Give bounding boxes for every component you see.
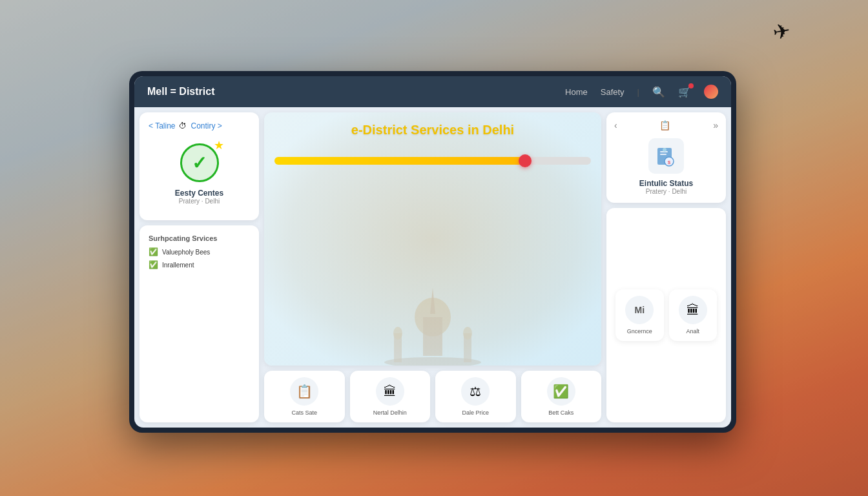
right-bottom-icons-row: Mi Gncernce 🏛 Analt	[615, 289, 717, 341]
left-card-title: Eesty Centes	[175, 189, 223, 198]
top-nav: Mell = District Home Safety | 🔍 🛒	[134, 76, 731, 107]
clock-icon: ⏱	[179, 121, 187, 130]
check-mark-icon: ✓	[192, 152, 207, 174]
check-icon-wrapper: ✓ ★	[180, 143, 219, 182]
progress-bar-fill	[274, 157, 528, 165]
breadcrumb-row: < Taline ⏱ Contiry >	[149, 121, 250, 130]
gncernce-icon: Mi	[625, 296, 654, 324]
nertal-delhin-label: Nertal Delhin	[373, 409, 407, 416]
breadcrumb-card: < Taline ⏱ Contiry > ✓ ★ Eesty Centes Pr…	[140, 112, 259, 220]
dale-price-label: Dale Price	[462, 409, 489, 416]
progress-bar-wrapper	[274, 157, 591, 165]
right-nav-share[interactable]: 📋	[659, 120, 670, 130]
right-bottom-card: Mi Gncernce 🏛 Analt	[606, 208, 726, 422]
star-accent-icon: ★	[214, 138, 224, 152]
nav-divider: |	[637, 87, 639, 97]
supporting-label-2: Inrallement	[162, 262, 194, 269]
enroll-card-content: $ Eintulic Status Pratery · Delhi	[614, 138, 718, 195]
check-circle: ✓	[180, 143, 219, 182]
banner-title: e-District Services in Delhi	[274, 123, 591, 138]
nav-home[interactable]: Home	[565, 87, 588, 97]
forward-arrow[interactable]: Contiry >	[191, 121, 222, 130]
tablet-frame: Mell = District Home Safety | 🔍 🛒	[129, 71, 736, 433]
left-card-subtitle: Pratery · Delhi	[179, 198, 220, 205]
right-panel: ‹ 📋 » $	[606, 112, 726, 422]
svg-rect-2	[423, 317, 442, 356]
icon-card-nertal-delhin[interactable]: 🏛 Nertal Delhin	[350, 371, 431, 422]
supporting-title: Surhpcating Srvices	[149, 234, 250, 242]
check-small-icon-2: ✅	[149, 260, 158, 269]
progress-bar-end	[519, 154, 532, 167]
enroll-svg-icon: $	[656, 146, 677, 167]
icon-card-gncernce[interactable]: Mi Gncernce	[615, 289, 664, 341]
icon-card-analt[interactable]: 🏛 Analt	[669, 289, 718, 341]
center-panel: e-District Services in Delhi 📋 Cats Sate	[264, 112, 601, 422]
right-top-nav: ‹ 📋 »	[614, 120, 718, 130]
main-area: < Taline ⏱ Contiry > ✓ ★ Eesty Centes Pr…	[134, 107, 731, 428]
icon-card-bett-caks[interactable]: ✅ Bett Caks	[521, 371, 602, 422]
enroll-card-subtitle: Pratery · Delhi	[646, 188, 687, 195]
check-small-icon-1: ✅	[149, 247, 158, 256]
enroll-card-title: Eintulic Status	[639, 179, 693, 188]
back-arrow[interactable]: < Taline	[149, 121, 175, 130]
nav-links: Home Safety | 🔍 🛒	[565, 85, 718, 99]
analt-label: Analt	[686, 328, 699, 335]
main-banner: e-District Services in Delhi	[264, 112, 601, 366]
supporting-card: Surhpcating Srvices ✅ Valuepholy Bees ✅ …	[140, 225, 259, 422]
gncernce-label: Gncernce	[627, 328, 652, 335]
supporting-item-1: ✅ Valuepholy Bees	[149, 247, 250, 256]
svg-text:$: $	[667, 160, 670, 165]
svg-point-13	[663, 148, 666, 152]
analt-icon: 🏛	[679, 296, 707, 324]
nertal-delhin-icon: 🏛	[376, 377, 404, 406]
cats-sate-icon: 📋	[290, 377, 318, 406]
progress-bar-bg	[274, 157, 591, 165]
svg-point-6	[463, 327, 472, 340]
svg-rect-12	[660, 154, 666, 155]
icon-card-cats-sate[interactable]: 📋 Cats Sate	[264, 371, 345, 422]
check-card-content: ✓ ★ Eesty Centes Pratery · Delhi	[149, 137, 250, 211]
bett-caks-label: Bett Caks	[548, 409, 574, 416]
notification-badge	[688, 83, 694, 88]
icon-card-dale-price[interactable]: ⚖ Dale Price	[435, 371, 516, 422]
supporting-label-1: Valuepholy Bees	[162, 249, 210, 256]
monument-svg	[381, 282, 484, 366]
tablet-screen: Mell = District Home Safety | 🔍 🛒	[134, 76, 731, 428]
bottom-icons-row: 📋 Cats Sate 🏛 Nertal Delhin ⚖ Dale Price…	[264, 371, 601, 422]
right-nav-forward[interactable]: »	[713, 120, 718, 130]
left-panel: < Taline ⏱ Contiry > ✓ ★ Eesty Centes Pr…	[140, 112, 259, 422]
svg-point-5	[393, 327, 402, 340]
nav-logo: Mell = District	[147, 86, 565, 98]
search-icon[interactable]: 🔍	[652, 86, 665, 98]
bett-caks-icon: ✅	[547, 377, 575, 406]
profile-icon[interactable]	[704, 85, 718, 99]
enroll-icon: $	[648, 138, 684, 174]
dale-price-icon: ⚖	[461, 377, 490, 406]
enroll-card: ‹ 📋 » $	[606, 112, 726, 203]
cats-sate-label: Cats Sate	[291, 409, 317, 416]
supporting-item-2: ✅ Inrallement	[149, 260, 250, 269]
notification-icon[interactable]: 🛒	[678, 86, 691, 98]
nav-safety[interactable]: Safety	[601, 87, 625, 97]
right-nav-back[interactable]: ‹	[614, 120, 617, 130]
